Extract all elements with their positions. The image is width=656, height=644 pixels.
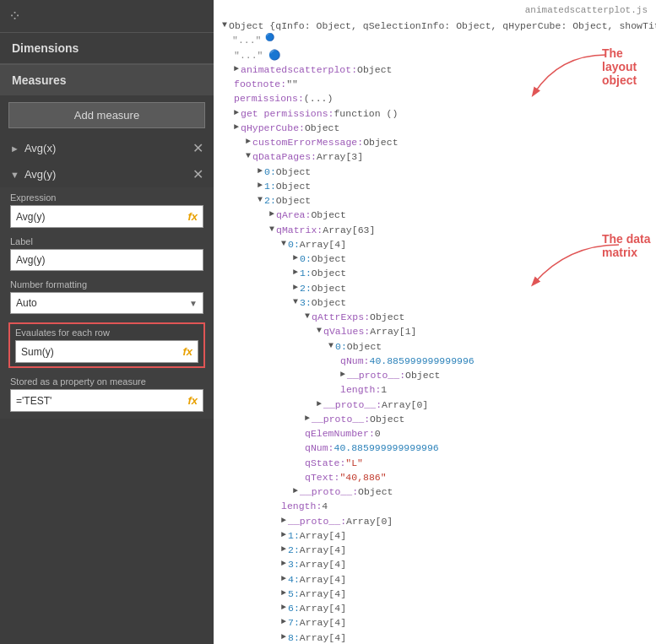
code-val-35: Array[4] — [300, 557, 346, 571]
code-line-12: ▼ qMatrix: Array[63] — [222, 223, 648, 237]
code-line-33: ► 1: Array[4] — [222, 528, 648, 543]
toggle-icon-22[interactable]: ► — [340, 368, 345, 381]
label-label: Label — [10, 236, 203, 246]
code-line-ellipsis: "..." 🔵 — [222, 33, 648, 47]
right-panel: animatedscatterplot.js ▼ Object {qInfo: … — [214, 0, 656, 644]
toggle-icon-39[interactable]: ► — [281, 615, 286, 628]
toggle-icon-8[interactable]: ► — [258, 165, 263, 177]
toggle-icon-24[interactable]: ► — [317, 398, 322, 410]
root-toggle[interactable]: ▼ — [222, 19, 227, 31]
toggle-icon-9[interactable]: ► — [258, 179, 263, 192]
toggle-icon-37[interactable]: ► — [281, 587, 286, 599]
toggle-icon-17[interactable]: ▼ — [293, 295, 298, 308]
code-key-38: 6: — [288, 601, 300, 615]
toggle-icon-15[interactable]: ► — [293, 266, 298, 279]
toggle-icon-4[interactable]: ► — [234, 106, 239, 119]
toggle-icon-34[interactable]: ► — [281, 543, 286, 555]
toggle-icon-19[interactable]: ▼ — [317, 324, 322, 337]
code-line-39: ► 7: Array[4] — [222, 615, 648, 630]
evaulates-fx-icon[interactable]: fx — [182, 345, 192, 358]
code-line-1: ► animatedscatterplot: Object — [222, 62, 648, 77]
code-line-25: ► __proto__: Object — [222, 412, 648, 426]
toggle-icon-25[interactable]: ► — [305, 412, 310, 425]
code-val-24: Array[0] — [382, 398, 428, 412]
code-key-17: 3: — [300, 295, 312, 310]
toggle-icon-33[interactable]: ► — [281, 528, 286, 541]
code-val-3: (...) — [304, 91, 333, 106]
code-key-1: animatedscatterplot: — [241, 62, 357, 77]
code-key-2: footnote: — [234, 77, 286, 91]
remove-measure-avg-x-icon[interactable]: ✕ — [192, 140, 203, 156]
toggle-icon-14[interactable]: ► — [293, 252, 298, 264]
code-val-22: Object — [405, 368, 440, 382]
remove-measure-avg-y-icon[interactable]: ✕ — [192, 166, 203, 182]
label-input-wrapper[interactable] — [10, 249, 203, 271]
toggle-icon-5[interactable]: ► — [234, 121, 239, 133]
evaulates-input[interactable] — [21, 346, 182, 358]
toggle-icon-38[interactable]: ► — [281, 601, 286, 614]
expression-input-wrapper[interactable]: fx — [10, 205, 203, 228]
toggle-icon-18[interactable]: ▼ — [305, 310, 310, 322]
code-val-30: Object — [358, 484, 393, 499]
code-line-35: ► 3: Array[4] — [222, 557, 648, 571]
code-val-26: 0 — [375, 426, 381, 441]
code-tree: "..." 🔵► animatedscatterplot: Objectfoot… — [222, 48, 648, 645]
toggle-icon-6[interactable]: ► — [246, 135, 251, 148]
expression-input[interactable] — [16, 211, 187, 223]
evaulates-input-wrapper[interactable]: fx — [15, 340, 198, 363]
code-line-3: permissions: (...) — [222, 91, 648, 106]
logo-icon: ⁘ — [8, 7, 19, 25]
code-val-16: Object — [312, 281, 346, 295]
code-key-19: qValues: — [323, 324, 370, 338]
code-val-11: Object — [311, 208, 345, 222]
number-formatting-select[interactable]: Auto ▼ — [10, 292, 203, 314]
toggle-icon-36[interactable]: ► — [281, 572, 286, 585]
code-line-11: ► qArea: Object — [222, 208, 648, 222]
stored-input-wrapper[interactable]: fx — [10, 389, 203, 412]
toggle-icon-32[interactable]: ► — [281, 514, 286, 527]
code-line-20: ▼ 0: Object — [222, 339, 648, 354]
code-val-9: Object — [276, 179, 311, 193]
toggle-icon-30[interactable]: ► — [293, 484, 298, 497]
code-key-13: 0: — [288, 237, 300, 252]
code-line-18: ▼ qAttrExps: Object — [222, 310, 648, 324]
toggle-icon-7[interactable]: ▼ — [246, 149, 251, 162]
add-measure-button[interactable]: Add measure — [8, 102, 205, 128]
code-val-39: Array[4] — [300, 615, 346, 630]
toggle-icon-16[interactable]: ► — [293, 281, 298, 294]
measure-item-avg-x[interactable]: ► Avg(x) ✕ — [0, 135, 214, 161]
toggle-icon-13[interactable]: ▼ — [281, 237, 286, 250]
code-line-34: ► 2: Array[4] — [222, 543, 648, 557]
toggle-icon-40[interactable]: ► — [281, 630, 286, 643]
toggle-icon-12[interactable]: ▼ — [269, 223, 274, 235]
code-val-12: Array[63] — [323, 223, 375, 237]
toggle-icon-10[interactable]: ▼ — [258, 193, 263, 206]
toggle-icon-20[interactable]: ▼ — [328, 339, 333, 352]
expression-fx-icon[interactable]: fx — [187, 210, 198, 223]
code-line-40: ► 8: Array[4] — [222, 630, 648, 645]
stored-input[interactable] — [16, 395, 187, 407]
toggle-icon-1[interactable]: ► — [234, 62, 239, 75]
code-key-8: 0: — [264, 165, 276, 179]
code-line-10: ▼ 2: Object — [222, 193, 648, 208]
stored-label: Stored as a property on measure — [10, 376, 203, 387]
toggle-icon-35[interactable]: ► — [281, 557, 286, 570]
stored-fx-icon[interactable]: fx — [187, 394, 198, 407]
expanded-measure-avg-y: Expression fx Label Number formatting Au… — [0, 187, 214, 419]
toggle-icon-11[interactable]: ► — [269, 208, 274, 220]
code-line-19: ▼ qValues: Array[1] — [222, 324, 648, 338]
measure-item-avg-y[interactable]: ▼ Avg(y) ✕ — [0, 161, 214, 187]
code-val-2: "" — [286, 77, 298, 91]
ellipsis-text: "..." — [232, 33, 262, 47]
filename: animatedscatterplot.js — [222, 5, 648, 15]
dimensions-section-header[interactable]: Dimensions — [0, 32, 214, 63]
code-val-15: Object — [312, 266, 346, 280]
code-root-line: ▼ Object {qInfo: Object, qSelectionInfo:… — [222, 19, 648, 33]
code-key-33: 1: — [288, 528, 300, 543]
label-input[interactable] — [16, 254, 198, 266]
code-line-22: ► __proto__: Object — [222, 368, 648, 382]
code-val-32: Array[0] — [346, 514, 393, 528]
code-line-21: qNum: 40.885999999999996 — [222, 354, 648, 368]
code-val-29: "40,886" — [339, 470, 386, 484]
measures-section-header[interactable]: Measures — [0, 64, 214, 95]
